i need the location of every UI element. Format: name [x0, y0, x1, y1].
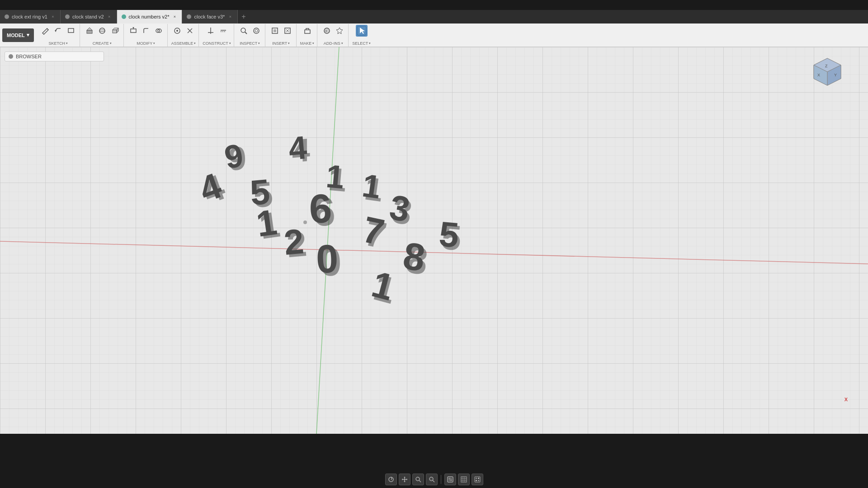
bottom-toolbar: +: [0, 471, 868, 488]
svg-line-86: [433, 480, 434, 482]
svg-point-26: [255, 29, 258, 32]
bottom-separator-1: [441, 475, 441, 484]
svg-text:0: 0: [316, 236, 339, 282]
assemble-label: ASSEMBLE ▾: [171, 41, 196, 46]
tab-icon: [187, 14, 191, 19]
select-tool-1[interactable]: [356, 25, 368, 37]
svg-rect-90: [450, 478, 452, 479]
tab-icon: [5, 14, 9, 19]
sketch-section: SKETCH ▾: [37, 24, 80, 47]
svg-line-0: [47, 28, 48, 30]
tab-clock-stand[interactable]: clock stand v2 ×: [61, 10, 117, 23]
svg-marker-79: [404, 477, 406, 478]
orbit-tool[interactable]: [385, 474, 397, 485]
construct-tool-2[interactable]: [217, 25, 229, 37]
number-6: 6 6: [308, 185, 336, 235]
appearance-tool[interactable]: [472, 474, 483, 485]
insert-tools: [269, 25, 293, 37]
svg-marker-4: [87, 28, 92, 30]
create-tool-sphere[interactable]: [96, 25, 108, 37]
insert-tool-1[interactable]: [269, 25, 281, 37]
addins-tools: +: [321, 25, 345, 37]
number-9: 9 9: [222, 136, 250, 178]
create-label-arrow: ▾: [110, 42, 112, 45]
tab-close-button[interactable]: ×: [172, 14, 177, 19]
tab-close-button[interactable]: ×: [227, 14, 233, 19]
modify-tool-press[interactable]: [127, 25, 139, 37]
svg-text:6: 6: [308, 185, 333, 231]
construct-tool-1[interactable]: [205, 25, 217, 37]
inspect-tool-2[interactable]: [250, 25, 262, 37]
construct-label: CONSTRUCT ▾: [203, 41, 231, 46]
display-mode-tool[interactable]: [444, 474, 456, 485]
addins-label: ADD-INS ▾: [324, 41, 343, 46]
zoom-window-tool[interactable]: +: [426, 474, 438, 485]
model-dropdown[interactable]: MODEL ▾: [2, 28, 34, 42]
svg-rect-93: [461, 477, 467, 482]
addins-tool-1[interactable]: +: [321, 25, 333, 37]
number-1-right-top: 1 1: [360, 167, 386, 209]
grid-tool[interactable]: [458, 474, 470, 485]
svg-point-83: [416, 477, 420, 481]
make-label-arrow: ▾: [312, 42, 314, 45]
make-section: MAKE ▾: [297, 24, 318, 47]
svg-line-24: [245, 32, 247, 34]
tab-clock-numbers[interactable]: clock numbers v2* ×: [117, 10, 183, 23]
svg-rect-10: [131, 29, 136, 33]
sketch-tool-undo[interactable]: [52, 25, 64, 37]
pan-tool[interactable]: [399, 474, 410, 485]
top-bar: [0, 0, 868, 10]
svg-point-23: [241, 28, 245, 33]
tab-clock-face[interactable]: clock face v3* ×: [182, 10, 238, 23]
sketch-tool-rect[interactable]: [65, 25, 77, 37]
svg-rect-28: [274, 29, 276, 32]
insert-tool-2[interactable]: [282, 25, 293, 37]
assemble-tool-2[interactable]: [184, 25, 196, 37]
assemble-tool-1[interactable]: [171, 25, 183, 37]
addins-tool-2[interactable]: [334, 25, 345, 37]
sketch-tools: [40, 25, 77, 37]
zoom-fit-tool[interactable]: [412, 474, 424, 485]
insert-label-arrow: ▾: [288, 42, 290, 45]
number-0: 0 0: [316, 236, 343, 285]
sketch-tool-pencil[interactable]: [40, 25, 52, 37]
tab-close-button[interactable]: ×: [107, 14, 112, 19]
number-5-right: 5 5: [437, 214, 463, 258]
svg-rect-91: [448, 479, 450, 481]
modify-tool-fillet[interactable]: [140, 25, 152, 37]
insert-section: INSERT ▾: [266, 24, 297, 47]
select-tools: [356, 25, 368, 37]
svg-point-25: [254, 28, 259, 33]
svg-point-6: [99, 30, 105, 32]
tab-bar: clock ext ring v1 × clock stand v2 × clo…: [0, 10, 868, 23]
assemble-tools: [171, 25, 196, 37]
viewport-cube[interactable]: Z Y X: [809, 56, 845, 92]
canvas-area[interactable]: BROWSER 9 9 4 4 1 1 1 1 4 4: [0, 47, 868, 434]
svg-point-16: [176, 30, 178, 32]
model-dropdown-arrow: ▾: [27, 32, 29, 38]
make-tools: [302, 25, 313, 37]
svg-text:2: 2: [283, 221, 306, 262]
modify-tool-combine[interactable]: [153, 25, 165, 37]
tab-clock-ext-ring[interactable]: clock ext ring v1 ×: [0, 10, 61, 23]
svg-text:Z: Z: [825, 64, 828, 68]
create-tool-extrude[interactable]: [84, 25, 95, 37]
make-tool-1[interactable]: [302, 25, 313, 37]
modify-label: MODIFY ▾: [137, 41, 155, 46]
number-4: 4 4: [287, 129, 313, 169]
inspect-section: INSPECT ▾: [235, 24, 265, 47]
inspect-tool-1[interactable]: [238, 25, 250, 37]
tab-icon: [65, 14, 70, 19]
tab-add-button[interactable]: +: [238, 10, 249, 23]
insert-label: INSERT ▾: [272, 41, 290, 46]
svg-rect-101: [476, 480, 477, 481]
tab-close-button[interactable]: ×: [50, 14, 56, 19]
addins-label-arrow: ▾: [341, 42, 343, 45]
create-section: CREATE ▾: [81, 24, 124, 47]
sketch-label: SKETCH ▾: [48, 41, 68, 46]
svg-marker-81: [402, 479, 403, 480]
modify-tools: [127, 25, 165, 37]
assemble-label-arrow: ▾: [194, 42, 196, 45]
create-tool-box[interactable]: [109, 25, 121, 37]
number-4-left: 4 4: [194, 164, 230, 212]
